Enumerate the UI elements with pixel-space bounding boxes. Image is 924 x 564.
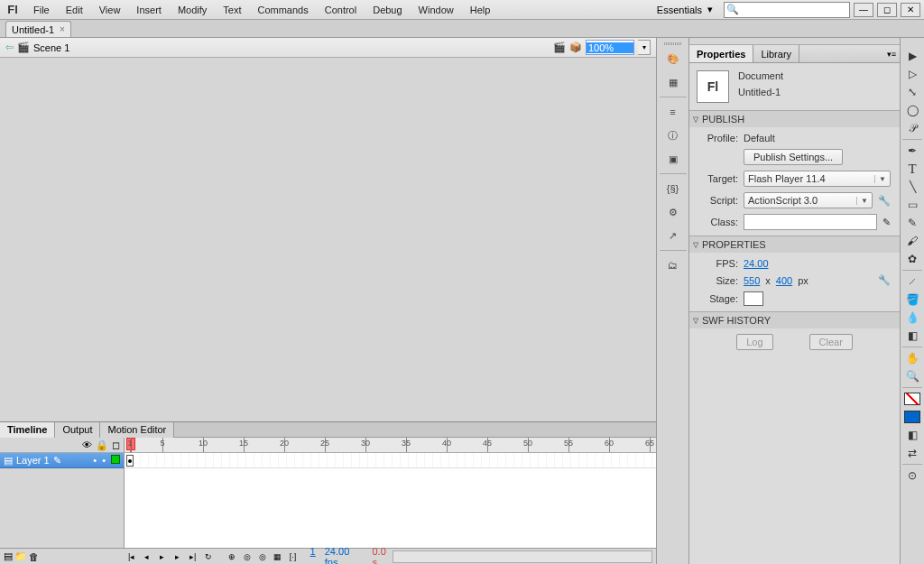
height-value[interactable]: 400 <box>776 275 792 286</box>
eye-icon[interactable]: 👁 <box>82 439 92 450</box>
layer-visible-dot[interactable]: • <box>93 455 97 466</box>
free-transform-tool-icon[interactable]: ⤡ <box>902 83 922 101</box>
menu-edit[interactable]: Edit <box>58 0 91 20</box>
zoom-tool-icon[interactable]: 🔍 <box>902 367 922 385</box>
menu-modify[interactable]: Modify <box>170 0 215 20</box>
onion-skin-icon[interactable]: ◎ <box>241 550 254 563</box>
loop-icon[interactable]: ↻ <box>202 550 215 563</box>
layer-row[interactable]: ▤ Layer 1 ✎ • • <box>0 453 124 468</box>
pencil-icon[interactable]: ✎ <box>882 217 891 228</box>
timeline-frames[interactable] <box>125 453 656 548</box>
swatches-panel-icon[interactable]: ▦ <box>661 72 685 92</box>
tab-timeline[interactable]: Timeline <box>0 422 55 438</box>
onion-markers-icon[interactable]: [·] <box>287 550 300 563</box>
close-tab-icon[interactable]: × <box>60 24 65 34</box>
edit-multi-icon[interactable]: ▦ <box>272 550 284 563</box>
stroke-color-swatch[interactable] <box>902 390 922 408</box>
target-select[interactable]: Flash Player 11.4▼ <box>744 171 891 187</box>
delete-layer-icon[interactable]: 🗑 <box>29 551 39 562</box>
wrench-icon[interactable]: 🔧 <box>878 274 891 286</box>
menu-file[interactable]: File <box>25 0 58 20</box>
help-search[interactable]: 🔍 <box>724 2 850 18</box>
step-back-icon[interactable]: ◂ <box>141 550 153 563</box>
pen-tool-icon[interactable]: ✒ <box>902 142 922 160</box>
goto-first-icon[interactable]: |◂ <box>125 550 138 563</box>
layer-name[interactable]: Layer 1 <box>16 455 50 466</box>
menu-text[interactable]: Text <box>215 0 249 20</box>
workspace-switcher[interactable]: Essentials▾ <box>648 2 720 18</box>
project-panel-icon[interactable]: 🗂 <box>661 255 685 275</box>
document-tab[interactable]: Untitled-1 × <box>5 21 71 37</box>
new-layer-icon[interactable]: ▤ <box>4 550 13 562</box>
current-frame[interactable]: 1 <box>310 546 316 565</box>
goto-last-icon[interactable]: ▸| <box>187 550 199 563</box>
3d-rotation-tool-icon[interactable]: ◯ <box>902 101 922 119</box>
maximize-button[interactable]: ◻ <box>877 3 897 17</box>
back-arrow-icon[interactable]: ⇦ <box>5 42 14 53</box>
play-icon[interactable]: ▸ <box>156 550 169 563</box>
onion-outline-icon[interactable]: ◎ <box>256 550 269 563</box>
frame-row[interactable] <box>125 453 656 468</box>
components-panel-icon[interactable]: ⚙ <box>661 202 685 222</box>
pencil-tool-icon[interactable]: ✎ <box>902 214 922 232</box>
menu-insert[interactable]: Insert <box>128 0 170 20</box>
info-panel-icon[interactable]: ⓘ <box>661 125 685 145</box>
outline-icon[interactable]: ◻ <box>112 439 120 451</box>
stage-color-swatch[interactable] <box>744 291 763 306</box>
fill-color-swatch[interactable] <box>902 408 922 426</box>
clear-button[interactable]: Clear <box>809 334 853 350</box>
scene-name[interactable]: Scene 1 <box>33 42 69 53</box>
eyedropper-tool-icon[interactable]: 💧 <box>902 309 922 327</box>
tab-motion-editor[interactable]: Motion Editor <box>100 422 174 438</box>
black-white-icon[interactable]: ◧ <box>902 426 922 444</box>
timeline-hscroll[interactable] <box>393 550 652 563</box>
menu-control[interactable]: Control <box>317 0 365 20</box>
center-frame-icon[interactable]: ⊕ <box>226 550 238 563</box>
publish-settings-button[interactable]: Publish Settings... <box>744 149 843 165</box>
transform-panel-icon[interactable]: ▣ <box>661 149 685 169</box>
eraser-tool-icon[interactable]: ◧ <box>902 327 922 345</box>
edit-scene-icon[interactable]: 🎬 <box>553 42 566 53</box>
panel-options-icon[interactable]: ▾≡ <box>883 45 900 62</box>
log-button[interactable]: Log <box>736 334 772 350</box>
tools-grip[interactable] <box>901 40 924 47</box>
fps-value[interactable]: 24.00 <box>744 258 769 269</box>
brush-tool-icon[interactable]: 🖌 <box>902 232 922 250</box>
fps-display[interactable]: 24.00 fps <box>325 546 364 565</box>
zoom-dropdown[interactable]: ▾ <box>638 40 651 55</box>
snap-option-icon[interactable]: ⊙ <box>902 467 922 485</box>
width-value[interactable]: 550 <box>744 275 760 286</box>
zoom-field[interactable]: 100% <box>586 40 634 55</box>
tab-output[interactable]: Output <box>55 422 100 438</box>
step-fwd-icon[interactable]: ▸ <box>171 550 184 563</box>
menu-help[interactable]: Help <box>462 0 499 20</box>
timeline-ruler[interactable]: 15101520253035404550556065707580859095 <box>125 438 656 452</box>
menu-commands[interactable]: Commands <box>249 0 316 20</box>
layer-lock-dot[interactable]: • <box>102 455 106 466</box>
code-snippets-icon[interactable]: {§} <box>661 179 685 199</box>
help-search-input[interactable] <box>739 5 847 15</box>
bone-tool-icon[interactable]: ⟋ <box>902 273 922 291</box>
color-panel-icon[interactable]: 🎨 <box>661 49 685 69</box>
menu-view[interactable]: View <box>91 0 129 20</box>
deco-tool-icon[interactable]: ✿ <box>902 250 922 268</box>
lasso-tool-icon[interactable]: 𝒫 <box>902 119 922 137</box>
section-swf-history[interactable]: ▽SWF HISTORY <box>689 312 900 328</box>
menu-window[interactable]: Window <box>411 0 462 20</box>
swap-colors-icon[interactable]: ⇄ <box>902 444 922 462</box>
section-publish[interactable]: ▽PUBLISH <box>689 111 900 127</box>
wrench-icon[interactable]: 🔧 <box>878 195 891 207</box>
menu-debug[interactable]: Debug <box>365 0 410 20</box>
selection-tool-icon[interactable]: ▶ <box>902 47 922 65</box>
edit-symbol-icon[interactable]: 📦 <box>569 42 582 53</box>
align-panel-icon[interactable]: ≡ <box>661 102 685 122</box>
paint-bucket-tool-icon[interactable]: 🪣 <box>902 291 922 309</box>
line-tool-icon[interactable]: ╲ <box>902 178 922 196</box>
motion-presets-icon[interactable]: ↗ <box>661 226 685 245</box>
section-properties[interactable]: ▽PROPERTIES <box>689 236 900 253</box>
subselection-tool-icon[interactable]: ▷ <box>902 65 922 83</box>
new-folder-icon[interactable]: 📁 <box>14 550 27 562</box>
minimize-button[interactable]: — <box>854 3 873 17</box>
tab-properties[interactable]: Properties <box>689 45 753 62</box>
script-select[interactable]: ActionScript 3.0▼ <box>744 192 873 208</box>
